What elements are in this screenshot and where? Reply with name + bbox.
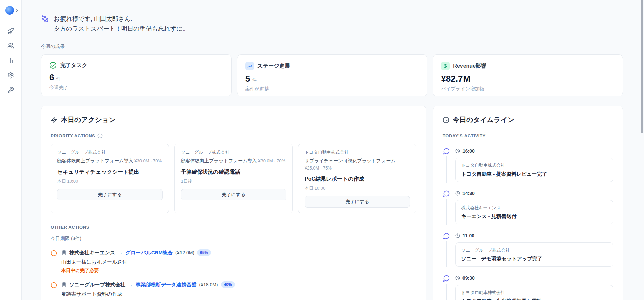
priority-cards: ソニーグループ株式会社 顧客体験向上プラットフォーム導入 ¥30.0M · 70…	[51, 144, 416, 213]
stat-card-stage-progress: ステージ進展 5 件 案件が進捗	[237, 54, 428, 96]
project-name: サプライチェーン可視化プラットフォーム	[305, 158, 396, 163]
timeline-item: 16:00 トヨタ自動車株式会社 トヨタ自動車 - 提案資料レビュー完了	[443, 148, 613, 190]
priority-card: トヨタ自動車株式会社 サプライチェーン可視化プラットフォーム ¥25.0M · …	[298, 144, 416, 213]
deal-value: (¥18.0M)	[199, 282, 218, 287]
progress-badge: 40%	[221, 281, 235, 288]
clock-icon	[455, 149, 460, 153]
stat-title: ステージ進展	[257, 63, 290, 70]
greeting-line1: お疲れ様です, 山田太郎さん.	[54, 14, 189, 24]
greeting-text: お疲れ様です, 山田太郎さん. 夕方のラストスパート！明日の準備も忘れずに。	[54, 14, 189, 34]
task-status-circle-icon[interactable]	[51, 250, 57, 274]
check-circle-icon	[49, 62, 57, 69]
sidebar-item-tools[interactable]	[3, 83, 18, 98]
trending-up-icon	[245, 62, 254, 70]
stat-value: 5	[245, 74, 250, 84]
avatar[interactable]	[5, 6, 14, 15]
timeline-time: 11:00	[462, 233, 474, 238]
timeline-list: 16:00 トヨタ自動車株式会社 トヨタ自動車 - 提案資料レビュー完了	[443, 148, 613, 300]
profile-button[interactable]	[5, 6, 19, 15]
timeline-time: 09:30	[462, 275, 475, 281]
card-project: 顧客体験向上プラットフォーム導入 ¥30.0M · 70%	[181, 157, 286, 164]
project-meta: ¥30.0M · 70%	[134, 158, 162, 163]
arrow-right-icon: →	[128, 282, 133, 288]
clock-icon	[455, 233, 460, 238]
project-meta: ¥30.0M · 70%	[258, 158, 285, 163]
task-status-circle-icon[interactable]	[51, 282, 57, 300]
card-project: サプライチェーン可視化プラットフォーム ¥25.0M · 75%	[305, 157, 410, 172]
project-link[interactable]: グローバルCRM統合	[125, 250, 173, 256]
project-link[interactable]: 事業部横断データ連携基盤	[136, 282, 197, 288]
stat-title: 完了タスク	[60, 62, 87, 69]
stat-unit: 件	[56, 76, 61, 82]
timeline-card: トヨタ自動車株式会社 トヨタ自動車 - 提案資料レビュー完了	[455, 158, 613, 182]
stat-unit: 件	[252, 77, 257, 83]
card-task: 予算確保状況の確認電話	[181, 168, 286, 176]
stat-subtitle: パイプライン増加額	[441, 86, 615, 92]
timeline-item: 09:30 トヨタ自動車株式会社 トヨタ自動車 - 生産管理部長と電話	[443, 275, 613, 300]
timeline-entry-title: キーエンス - 見積書送付	[461, 213, 608, 220]
users-icon	[7, 42, 14, 49]
stat-card-completed-tasks: 完了タスク 6 件 今週完了	[41, 54, 232, 96]
scrollbar-thumb[interactable]	[641, 0, 643, 133]
card-due: 本日 10:00	[305, 185, 410, 191]
timeline-panel: 今日のタイムライン TODAY'S ACTIVITY	[433, 106, 623, 300]
stat-title: Revenue影響	[453, 63, 486, 70]
sidebar-item-settings[interactable]	[3, 68, 18, 83]
chat-bubble-icon	[443, 190, 451, 197]
timeline-entry-title: トヨタ自動車 - 提案資料レビュー完了	[461, 171, 608, 177]
app-window: お疲れ様です, 山田太郎さん. 夕方のラストスパート！明日の準備も忘れずに。 今…	[0, 0, 644, 300]
clock-icon	[455, 276, 460, 280]
sidebar-item-analytics[interactable]	[3, 53, 18, 68]
sidebar-expand-chevron-icon[interactable]	[15, 8, 19, 13]
complete-button[interactable]: 完了にする	[57, 189, 163, 200]
timeline-card: トヨタ自動車株式会社 トヨタ自動車 - 生産管理部長と電話	[455, 285, 613, 300]
clock-icon	[443, 117, 449, 123]
other-item-company: 株式会社キーエンス	[69, 250, 115, 256]
progress-badge: 65%	[197, 249, 211, 256]
chat-bubble-icon	[443, 232, 451, 240]
chat-bubble-icon	[443, 275, 451, 282]
card-company: ソニーグループ株式会社	[181, 149, 286, 155]
timeline-connector	[446, 156, 447, 183]
arrow-right-icon: →	[118, 250, 123, 256]
greeting: お疲れ様です, 山田太郎さん. 夕方のラストスパート！明日の準備も忘れずに。	[41, 14, 623, 34]
building-icon	[61, 250, 67, 255]
actions-panel-title: 本日のアクション	[61, 115, 116, 124]
timeline-item: 11:00 ソニーグループ株式会社 ソニー - デモ環境セットアップ完了	[443, 232, 613, 275]
dollar-icon	[441, 62, 450, 70]
stats-row: 完了タスク 6 件 今週完了 ステージ進展 5 件	[41, 54, 623, 96]
info-icon[interactable]	[97, 133, 103, 138]
deal-value: (¥12.0M)	[175, 250, 194, 255]
zap-icon	[51, 117, 57, 123]
other-action-item: ソニーグループ株式会社 → 事業部横断データ連携基盤 (¥18.0M) 40% …	[51, 281, 416, 300]
project-name: 顧客体験向上プラットフォーム導入	[181, 158, 257, 163]
timeline-item: 14:30 株式会社キーエンス キーエンス - 見積書送付	[443, 190, 613, 232]
tools-icon	[7, 87, 14, 93]
timeline-company: 株式会社キーエンス	[461, 205, 608, 211]
timeline-connector	[446, 199, 447, 225]
main-content: お疲れ様です, 山田太郎さん. 夕方のラストスパート！明日の準備も忘れずに。 今…	[22, 0, 644, 300]
complete-button[interactable]: 完了にする	[305, 196, 410, 208]
other-action-item: 株式会社キーエンス → グローバルCRM統合 (¥12.0M) 65% 山田太一…	[51, 249, 416, 274]
card-project: 顧客体験向上プラットフォーム導入 ¥30.0M · 70%	[57, 157, 163, 164]
stat-value: ¥82.7M	[441, 74, 470, 84]
timeline-company: トヨタ自動車株式会社	[461, 162, 608, 168]
timeline-connector	[446, 241, 447, 267]
other-item-company: ソニーグループ株式会社	[69, 282, 125, 288]
timeline-company: ソニーグループ株式会社	[461, 247, 608, 253]
stat-subtitle: 今週完了	[49, 85, 223, 91]
priority-card: ソニーグループ株式会社 顧客体験向上プラットフォーム導入 ¥30.0M · 70…	[174, 144, 293, 213]
gear-icon	[7, 72, 14, 79]
timeline-card: 株式会社キーエンス キーエンス - 見積書送付	[455, 200, 613, 224]
sidebar-item-rocket[interactable]	[3, 24, 18, 38]
chat-bubble-icon	[443, 148, 451, 155]
timeline-panel-title: 今日のタイムライン	[453, 115, 514, 124]
complete-button[interactable]: 完了にする	[181, 189, 286, 200]
timeline-card: ソニーグループ株式会社 ソニー - デモ環境セットアップ完了	[455, 242, 613, 267]
bar-chart-icon	[7, 57, 14, 64]
todays-actions-panel: 本日のアクション PRIORITY ACTIONS ソニーグループ株式会社 顧客…	[41, 106, 426, 300]
due-today-group-label: 今日期限 (3件)	[51, 236, 416, 242]
project-name: 顧客体験向上プラットフォーム導入	[57, 158, 133, 163]
building-icon	[61, 282, 67, 287]
sidebar-item-contacts[interactable]	[3, 38, 18, 53]
